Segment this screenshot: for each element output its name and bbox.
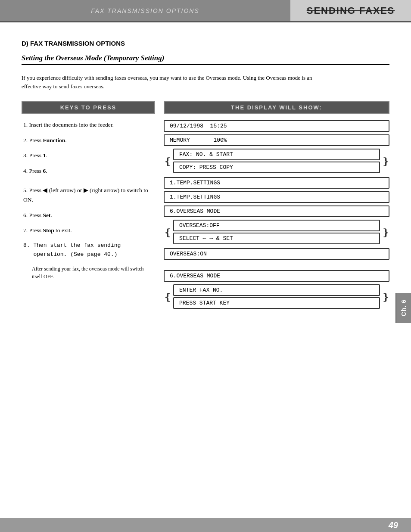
display-pair-fax-copy: ❴ FAX: NO. & START COPY: PRESS COPY ❵ xyxy=(164,149,389,174)
bracket-right-icon: ❵ xyxy=(382,149,389,174)
bracket-left-3-icon: ❴ xyxy=(164,284,171,310)
chapter-tab: Ch. 6 xyxy=(395,293,411,323)
display-header: THE DISPLAY WILL SHOW: xyxy=(164,101,389,114)
display-column: THE DISPLAY WILL SHOW: 09/12/1998 15:25 … xyxy=(164,101,389,313)
step-4-bold: 6 xyxy=(43,168,46,174)
intro-text: If you experience difficulty with sendin… xyxy=(22,74,323,90)
step-6: 6. Press Set. xyxy=(22,211,155,220)
display-temp2: 1.TEMP.SETTINGS xyxy=(164,191,389,203)
bracket-left-2-icon: ❴ xyxy=(164,220,171,246)
display-pair-fax-copy-boxes: FAX: NO. & START COPY: PRESS COPY xyxy=(173,149,380,174)
header-left-text: FAX TRANSMISSION OPTIONS xyxy=(0,7,290,14)
display-spacer xyxy=(164,262,389,270)
arrow-right-icon: ▶ xyxy=(84,187,88,193)
step-7-bold: Stop xyxy=(43,227,54,233)
step-5: 5. Press ◀ (left arrow) or ▶ (right arro… xyxy=(22,186,155,204)
display-row-temp1: 1.TEMP.SETTINGS xyxy=(164,177,389,189)
display-row-overseas-mode: 6.OVERSEAS MODE xyxy=(164,205,389,217)
step-7: 7. Press Stop to exit. xyxy=(22,226,155,235)
header-right-text: SENDING FAXES xyxy=(307,5,395,16)
step-4: 4. Press 6. xyxy=(22,166,155,176)
display-copy: COPY: PRESS COPY xyxy=(173,162,380,173)
footer-bar: 49 xyxy=(0,518,411,532)
section-subtitle: Setting the Overseas Mode (Temporary Set… xyxy=(22,54,389,65)
section-title: D) FAX TRANSMISSION OPTIONS xyxy=(22,40,389,47)
display-row-temp2: 1.TEMP.SETTINGS xyxy=(164,191,389,203)
display-overseas-mode-2: 6.OVERSEAS MODE xyxy=(164,270,389,282)
display-overseas-mode: 6.OVERSEAS MODE xyxy=(164,205,389,217)
keys-header: KEYS TO PRESS xyxy=(22,101,155,114)
display-pair-overseas-select: ❴ OVERSEAS:OFF SELECT ← → & SET ❵ xyxy=(164,220,389,246)
display-row-memory: MEMORY 100% xyxy=(164,134,389,146)
footer-page-number: 49 xyxy=(389,520,398,530)
display-row-datetime: 09/12/1998 15:25 xyxy=(164,120,389,132)
display-fax-start: FAX: NO. & START xyxy=(173,149,380,160)
step-2: 2. Press Function. xyxy=(22,136,155,145)
step-2-bold: Function xyxy=(43,137,65,143)
two-column-layout: KEYS TO PRESS 1. Insert the documents in… xyxy=(22,101,389,313)
display-pair-enter-press: ❴ ENTER FAX NO. PRESS START KEY ❵ xyxy=(164,284,389,310)
bracket-left-icon: ❴ xyxy=(164,149,171,174)
header-bar: FAX TRANSMISSION OPTIONS SENDING FAXES xyxy=(0,0,411,22)
bracket-right-3-icon: ❵ xyxy=(382,284,389,310)
chapter-tab-text: Ch. 6 xyxy=(400,299,407,316)
display-select: SELECT ← → & SET xyxy=(173,233,380,244)
after-note: After sending your fax, the overseas mod… xyxy=(32,265,155,280)
display-press-start: PRESS START KEY xyxy=(173,297,380,309)
display-temp1: 1.TEMP.SETTINGS xyxy=(164,177,389,189)
display-datetime: 09/12/1998 15:25 xyxy=(164,120,389,132)
display-pair-enter-boxes: ENTER FAX NO. PRESS START KEY xyxy=(173,284,380,310)
bracket-right-2-icon: ❵ xyxy=(382,220,389,246)
display-overseas-on: OVERSEAS:ON xyxy=(164,248,389,260)
main-content: D) FAX TRANSMISSION OPTIONS Setting the … xyxy=(0,22,411,339)
keys-to-press-column: KEYS TO PRESS 1. Insert the documents in… xyxy=(22,101,155,280)
display-enter-fax: ENTER FAX NO. xyxy=(173,284,380,296)
step-3: 3. Press 1. xyxy=(22,151,155,160)
step-1: 1. Insert the documents into the feeder. xyxy=(22,120,155,130)
step-6-bold: Set xyxy=(43,212,50,218)
step-8: 8. Then start the fax sending operation.… xyxy=(22,241,155,259)
header-right: SENDING FAXES xyxy=(290,0,411,21)
arrow-left-icon: ◀ xyxy=(43,187,47,193)
display-row-overseas-on: OVERSEAS:ON xyxy=(164,248,389,260)
display-pair-overseas-boxes: OVERSEAS:OFF SELECT ← → & SET xyxy=(173,220,380,246)
display-overseas-off: OVERSEAS:OFF xyxy=(173,220,380,231)
display-row-overseas-mode-2: 6.OVERSEAS MODE xyxy=(164,270,389,282)
display-memory: MEMORY 100% xyxy=(164,134,389,146)
step-3-bold: 1 xyxy=(43,152,46,159)
